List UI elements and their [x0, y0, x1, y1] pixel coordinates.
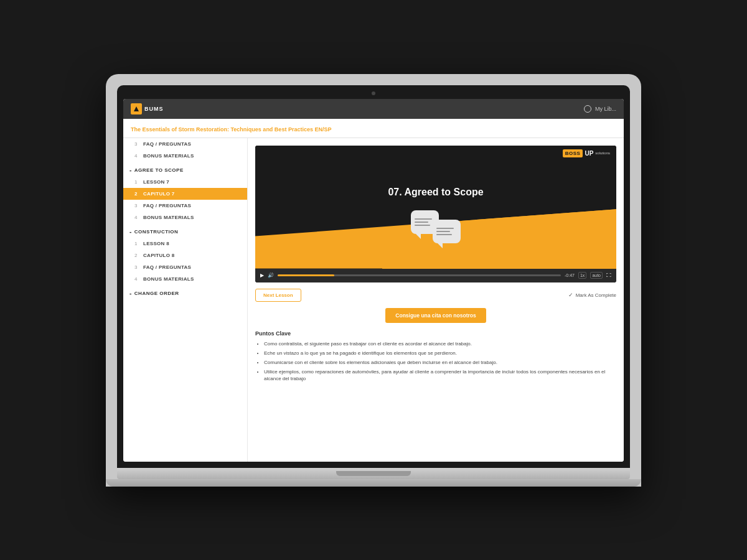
laptop-screen: BUMS My Lib... The Essentials of Storm R… [123, 99, 624, 462]
chat-line [436, 228, 454, 229]
my-library-label[interactable]: My Lib... [595, 106, 616, 112]
key-point-4: Utilice ejemplos, como reparaciones de a… [264, 368, 616, 382]
sidebar-item-capitulo7[interactable]: 2 CAPITULO 7 [123, 188, 247, 200]
chat-line [415, 225, 430, 226]
breadcrumb-bar: The Essentials of Storm Restoration: Tec… [123, 119, 624, 138]
chat-line [436, 231, 450, 232]
camera [372, 91, 375, 95]
cta-container: Consigue una cita con nosotros [255, 308, 616, 323]
next-lesson-button[interactable]: Next Lesson [255, 289, 301, 302]
breadcrumb: The Essentials of Storm Restoration: Tec… [131, 126, 331, 133]
section-change-order[interactable]: - CHANGE ORDER [123, 285, 247, 299]
progress-bar[interactable] [278, 274, 561, 276]
header-right: My Lib... [584, 105, 616, 113]
section-agree-label: AGREE TO SCOPE [134, 167, 184, 173]
key-points-title: Puntos Clave [255, 330, 616, 337]
video-controls: ▶ 🔊 -0:47 1x auto ⛶ [255, 269, 616, 282]
laptop-notch [336, 471, 411, 476]
sidebar-item-faq7[interactable]: 3 FAQ / PREGUNTAS [123, 200, 247, 212]
video-main: 07. Agreed to Scope [255, 161, 616, 269]
key-point-2: Eche un vistazo a lo que ya se ha pagado… [264, 350, 616, 357]
svg-marker-0 [134, 106, 139, 111]
logo-text: BUMS [144, 106, 164, 112]
sidebar-item-bonus8[interactable]: 4 BONUS MATERIALS [123, 273, 247, 285]
laptop-bottom [106, 479, 641, 487]
boss-logo-up: UP [585, 150, 593, 157]
section-agree-to-scope[interactable]: - AGREE TO SCOPE [123, 162, 247, 176]
video-player: BOSS UP solutions 07. Agreed to [255, 146, 616, 282]
boss-up-logo: BOSS UP solutions [563, 149, 610, 157]
main-layout: 3 FAQ / PREGUNTAS 4 BONUS MATERIALS - A [123, 138, 624, 462]
key-point-3: Comunicarse con el cliente sobre los ele… [264, 359, 616, 366]
chat-line [415, 222, 428, 223]
sidebar: 3 FAQ / PREGUNTAS 4 BONUS MATERIALS - A [123, 138, 248, 462]
section-construction[interactable]: - CONSTRUCTION [123, 223, 247, 238]
chat-line [436, 234, 452, 235]
sidebar-item-faq8[interactable]: 3 FAQ / PREGUNTAS [123, 261, 247, 273]
app-header: BUMS My Lib... [123, 99, 624, 119]
app-logo: BUMS [131, 103, 164, 114]
mark-complete-label: Mark As Complete [576, 292, 616, 298]
key-points-section: Puntos Clave Como contratista, el siguie… [255, 330, 616, 383]
key-points-list: Como contratista, el siguiente paso es t… [255, 340, 616, 383]
laptop: BUMS My Lib... The Essentials of Storm R… [106, 74, 641, 487]
volume-icon[interactable]: 🔊 [268, 273, 274, 278]
section-change-label: CHANGE ORDER [134, 291, 179, 296]
play-button[interactable]: ▶ [260, 273, 264, 278]
laptop-base [117, 468, 630, 479]
fullscreen-button[interactable]: ⛶ [606, 273, 611, 278]
progress-fill [278, 274, 334, 276]
prev-section-items: 3 FAQ / PREGUNTAS 4 BONUS MATERIALS [123, 138, 247, 162]
sidebar-item-lesson8[interactable]: 1 LESSON 8 [123, 238, 247, 250]
section-minus-icon: - [129, 167, 132, 174]
user-icon [584, 105, 591, 113]
chat-icons [411, 210, 461, 243]
sidebar-item-capitulo8[interactable]: 2 CAPITULO 8 [123, 250, 247, 261]
chat-bubble-2 [433, 220, 461, 243]
chat-line [415, 218, 432, 220]
video-title: 07. Agreed to Scope [388, 187, 483, 198]
boss-logo-box: BOSS [563, 149, 583, 157]
action-row: Next Lesson ✓ Mark As Complete [255, 289, 616, 302]
video-top-bar: BOSS UP solutions [255, 146, 616, 161]
mark-complete-button[interactable]: ✓ Mark As Complete [568, 292, 616, 298]
sidebar-item-faq-prev[interactable]: 3 FAQ / PREGUNTAS [123, 138, 247, 150]
sidebar-item-lesson7[interactable]: 1 LESSON 7 [123, 176, 247, 188]
video-time: -0:47 [565, 273, 575, 278]
cta-button[interactable]: Consigue una cita con nosotros [385, 308, 486, 323]
section-construction-label: CONSTRUCTION [134, 229, 178, 235]
screen-bezel: BUMS My Lib... The Essentials of Storm R… [117, 85, 630, 468]
playback-speed[interactable]: 1x [578, 272, 586, 279]
video-quality[interactable]: auto [590, 272, 603, 279]
video-content: BOSS UP solutions 07. Agreed to [255, 146, 616, 282]
sidebar-item-bonus7[interactable]: 4 BONUS MATERIALS [123, 212, 247, 223]
section-minus-change-icon: - [129, 290, 132, 297]
logo-icon [131, 103, 142, 114]
content-area: BOSS UP solutions 07. Agreed to [248, 138, 624, 462]
key-point-1: Como contratista, el siguiente paso es t… [264, 340, 616, 347]
check-icon: ✓ [568, 292, 573, 298]
section-minus-construction-icon: - [129, 228, 132, 235]
sidebar-item-bonus-prev[interactable]: 4 BONUS MATERIALS [123, 150, 247, 162]
boss-logo-solutions: solutions [595, 151, 610, 155]
